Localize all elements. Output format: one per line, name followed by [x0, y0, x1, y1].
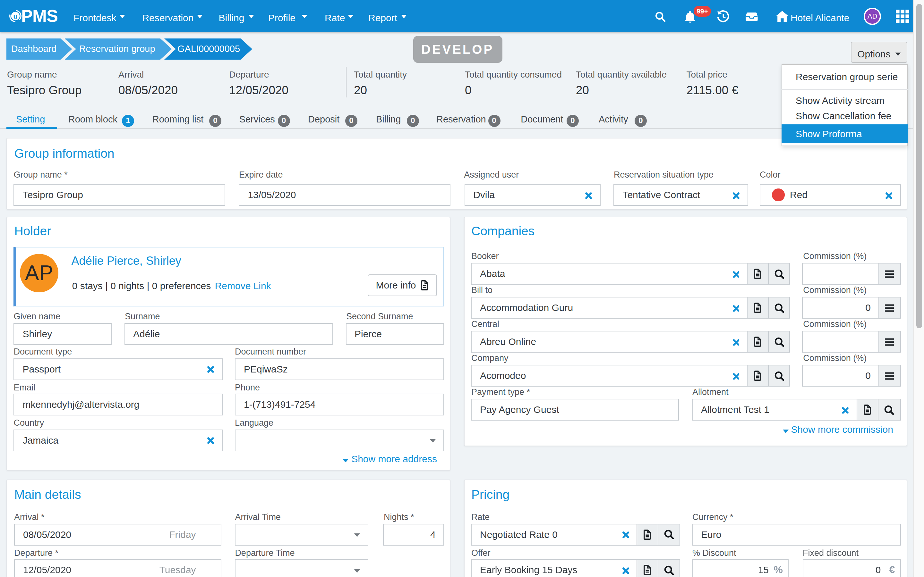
svg-text:u: u [13, 12, 17, 19]
